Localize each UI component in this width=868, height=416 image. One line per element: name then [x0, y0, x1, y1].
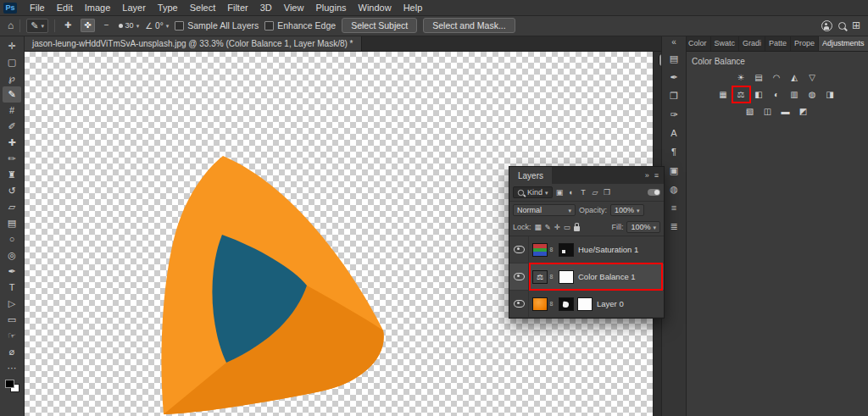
glyphs-panel-icon[interactable]: ✑: [665, 107, 683, 123]
rectangular-marquee-tool[interactable]: ▢: [3, 54, 21, 70]
layer-mask-thumbnail[interactable]: [559, 297, 574, 311]
layer-name[interactable]: Layer 0: [597, 299, 624, 308]
menu-type[interactable]: Type: [152, 3, 184, 13]
layer-row-hue-saturation[interactable]: 8 Hue/Saturation 1: [509, 236, 664, 263]
collapse-panel-icon[interactable]: »: [645, 171, 649, 180]
tab-properties[interactable]: Prope: [791, 36, 819, 51]
eraser-tool[interactable]: ▱: [3, 199, 21, 215]
menu-view[interactable]: View: [278, 3, 310, 13]
blur-tool[interactable]: ○: [3, 231, 21, 247]
menu-image[interactable]: Image: [79, 3, 117, 13]
brush-size-picker[interactable]: 30 ▾: [119, 21, 140, 30]
layer-visibility-toggle[interactable]: [509, 236, 529, 263]
dodge-tool[interactable]: ◎: [3, 247, 21, 263]
vibrance-adjustment-icon[interactable]: ▽: [805, 71, 820, 84]
filter-pixel-layers-icon[interactable]: ▣: [555, 188, 565, 197]
layer-filter-type-select[interactable]: Kind ▾: [513, 186, 553, 198]
posterize-adjustment-icon[interactable]: ▧: [743, 105, 757, 118]
color-balance-adjustment-thumbnail[interactable]: ⚖: [532, 270, 548, 284]
lock-image-pixels-icon[interactable]: ✎: [545, 223, 551, 231]
sample-all-layers-checkbox[interactable]: Sample All Layers: [175, 20, 259, 31]
tab-swatches[interactable]: Swatc: [711, 36, 740, 51]
filter-smart-objects-icon[interactable]: ❐: [603, 188, 612, 197]
lock-all-icon[interactable]: [574, 226, 580, 231]
type-tool[interactable]: T: [3, 280, 21, 296]
lock-position-icon[interactable]: ✛: [554, 223, 560, 231]
crop-tool[interactable]: #: [3, 103, 21, 119]
menu-3d[interactable]: 3D: [254, 3, 278, 13]
layers-panel-tab[interactable]: Layers: [509, 167, 552, 184]
curves-adjustment-icon[interactable]: ◠: [770, 71, 784, 84]
brushes-panel-icon[interactable]: ✒: [665, 69, 683, 86]
menu-select[interactable]: Select: [184, 3, 222, 13]
layer-mask-thumbnail[interactable]: [559, 243, 574, 257]
pen-tool[interactable]: ✒: [3, 263, 21, 280]
move-tool[interactable]: ✛: [3, 38, 21, 54]
color-swatches[interactable]: [5, 380, 19, 392]
layer-image-thumbnail[interactable]: [532, 297, 548, 311]
libraries-panel-icon[interactable]: ▤: [665, 51, 683, 67]
layer-name[interactable]: Hue/Saturation 1: [578, 245, 638, 254]
brush-angle-control[interactable]: ∠ 0° ▾: [145, 21, 169, 31]
select-and-mask-button[interactable]: Select and Mask...: [423, 18, 515, 33]
menu-filter[interactable]: Filter: [221, 3, 253, 13]
new-selection-button[interactable]: ✚: [61, 19, 75, 32]
opacity-select[interactable]: 100% ▾: [610, 204, 644, 216]
exposure-adjustment-icon[interactable]: ◭: [787, 71, 802, 84]
hue-saturation-adjustment-thumbnail[interactable]: [532, 243, 548, 257]
gradient-tool[interactable]: ▤: [3, 215, 21, 231]
layer-visibility-toggle[interactable]: [509, 291, 529, 317]
lasso-tool[interactable]: ℘: [3, 70, 21, 86]
filter-type-layers-icon[interactable]: T: [579, 188, 588, 197]
enhance-edge-checkbox[interactable]: Enhance Edge: [264, 20, 336, 31]
hand-tool[interactable]: ☞: [3, 328, 21, 344]
account-icon[interactable]: [821, 20, 832, 31]
tab-gradients[interactable]: Gradi: [739, 36, 765, 51]
3d-panel-icon[interactable]: ▣: [665, 163, 683, 179]
spot-healing-brush-tool[interactable]: ✚: [3, 135, 21, 151]
history-brush-tool[interactable]: ↺: [3, 183, 21, 199]
tab-patterns[interactable]: Patte: [765, 36, 791, 51]
menu-file[interactable]: File: [24, 3, 51, 13]
object-selection-tool[interactable]: ✎: [3, 86, 21, 103]
photo-filter-adjustment-icon[interactable]: ◐: [770, 88, 784, 101]
filter-adjustment-layers-icon[interactable]: ◐: [567, 188, 576, 197]
tab-adjustments[interactable]: Adjustments: [819, 36, 868, 51]
layer-filter-toggle[interactable]: [648, 189, 660, 196]
foreground-color-swatch[interactable]: [5, 380, 14, 388]
lock-artboard-icon[interactable]: ▭: [564, 223, 570, 231]
panel-menu-icon[interactable]: ≡: [654, 171, 659, 180]
channel-mixer-adjustment-icon[interactable]: ▥: [787, 88, 802, 101]
clone-stamp-tool[interactable]: ♜: [3, 167, 21, 183]
menu-window[interactable]: Window: [353, 3, 398, 13]
fill-select[interactable]: 100% ▾: [626, 221, 660, 233]
edit-toolbar-button[interactable]: ⋯: [3, 360, 21, 376]
menu-plugins[interactable]: Plugins: [309, 3, 352, 13]
search-icon[interactable]: [838, 22, 846, 30]
menu-layer[interactable]: Layer: [116, 3, 152, 13]
materials-panel-icon[interactable]: ◍: [665, 181, 683, 197]
selective-color-adjustment-icon[interactable]: ◩: [796, 105, 810, 118]
layers-panel-dock-icon[interactable]: ≣: [665, 219, 683, 235]
menu-help[interactable]: Help: [398, 3, 429, 13]
brush-tool[interactable]: ✏: [3, 151, 21, 167]
rectangle-tool[interactable]: ▭: [3, 312, 21, 328]
vector-mask-thumbnail[interactable]: [577, 297, 593, 311]
layer-name[interactable]: Color Balance 1: [578, 272, 636, 281]
threshold-adjustment-icon[interactable]: ◫: [760, 105, 775, 118]
tool-preset-picker[interactable]: ✎ ▾: [26, 19, 48, 33]
character-panel-icon[interactable]: A: [665, 125, 683, 141]
layer-visibility-toggle[interactable]: [509, 263, 529, 290]
eyedropper-tool[interactable]: ✐: [3, 119, 21, 135]
levels-adjustment-icon[interactable]: ▤: [752, 71, 766, 84]
blend-mode-select[interactable]: Normal ▾: [513, 204, 576, 216]
hue-saturation-adjustment-icon[interactable]: ▦: [716, 88, 731, 101]
workspace-switcher-icon[interactable]: ⊞: [852, 20, 860, 31]
filter-shape-layers-icon[interactable]: ▱: [591, 188, 600, 197]
zoom-tool[interactable]: ⌀: [3, 344, 21, 360]
color-lookup-adjustment-icon[interactable]: ◍: [805, 88, 820, 101]
paragraph-panel-icon[interactable]: ¶: [665, 144, 683, 160]
tab-color[interactable]: Color: [685, 36, 711, 51]
color-balance-adjustment-icon[interactable]: ⚖: [734, 88, 748, 101]
add-to-selection-button[interactable]: ✜: [81, 19, 94, 32]
